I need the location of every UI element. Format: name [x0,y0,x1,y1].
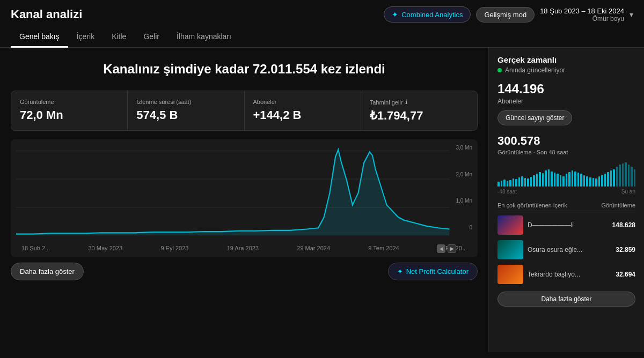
mini-bar-item [589,177,591,187]
live-dot [497,68,502,72]
content-thumbnail-3 [497,265,523,284]
combined-analytics-button[interactable]: ✦ Combined Analytics [384,6,471,23]
mini-bar-item [518,177,521,187]
mini-bar-item [574,171,576,187]
svg-marker-4 [16,150,450,235]
top-content-header: En çok görüntülenen içerik Görüntüleme [497,202,635,211]
refresh-count-button[interactable]: Güncel sayıyı göster [497,110,572,125]
show-more-content-button[interactable]: Daha fazla göster [497,292,635,307]
header-actions: ✦ Combined Analytics Gelişmiş mod 18 Şub… [384,6,633,23]
mini-bar-item [539,172,541,187]
mini-bar-item [601,175,603,187]
realtime-subscribers-label: Aboneler [497,98,635,105]
content-thumbnail-1 [497,215,523,235]
mini-bar-item [572,170,574,187]
stat-izlenme: İzlenme süresi (saat) 574,5 B [128,91,244,130]
mini-bar-item [521,176,523,187]
stat-label-subs: Aboneler [253,99,352,105]
mini-bar-item [548,169,550,187]
content-views-2: 32.859 [616,246,635,253]
mini-bar-item [604,174,606,187]
realtime-title: Gerçek zamanlı [497,55,635,64]
mini-bar-item [536,174,538,187]
content-views-3: 32.694 [616,271,635,278]
mini-bar-item [545,170,547,187]
mini-bar-item [607,172,609,187]
tab-icerik[interactable]: İçerik [68,27,103,48]
stat-goruntulenme: Görüntüleme 72,0 Mn [11,91,127,130]
mini-bar-item [577,173,580,187]
net-profit-calculator-button[interactable]: ✦ Net Profit Calculator [388,263,478,280]
tab-genel-bakis[interactable]: Genel bakış [11,27,68,48]
list-item[interactable]: D——————li 148.628 [497,215,635,235]
stat-value-views: 72,0 Mn [20,108,119,122]
main-layout: Kanalınız şimdiye kadar 72.011.554 kez i… [0,48,644,352]
chart-next-button[interactable]: ▶ [448,244,456,253]
mini-bar-item [625,162,627,187]
big-headline: Kanalınız şimdiye kadar 72.011.554 kez i… [11,56,478,82]
tab-gelir[interactable]: Gelir [135,27,168,48]
chart-prev-button[interactable]: ◀ [437,244,445,253]
mini-bar-item [527,178,529,187]
list-item[interactable]: Tekrardo başlıyo... 32.694 [497,265,635,284]
content-info-2: Osura osura eğle... [528,246,611,253]
nav-tabs: Genel bakış İçerik Kitle Gelir İlham kay… [0,27,644,48]
stat-gelir: Tahmini gelir ℹ ₺1.794,77 [361,91,477,130]
mini-bar-item [586,176,588,187]
bottom-bar: Daha fazla göster ✦ Net Profit Calculato… [11,257,478,280]
show-more-button[interactable]: Daha fazla göster [11,263,84,280]
advanced-mode-button[interactable]: Gelişmiş mod [476,7,535,23]
mini-bar-item [501,181,503,187]
tab-kitle[interactable]: Kitle [103,27,135,48]
stat-label-views: Görüntüleme [20,99,119,105]
sparkle-icon: ✦ [392,10,398,19]
mini-bar-item [562,176,565,187]
content-thumbnail-2 [497,240,523,259]
content-title-2: Osura osura eğle... [528,246,611,253]
mini-bar-item [628,165,630,187]
mini-bar-item [551,171,553,187]
mini-bar-item [566,174,568,187]
mini-bar-item [554,173,556,187]
chart-y-labels: 3,0 Mn 2,0 Mn 1,0 Mn 0 [456,145,472,230]
mini-bar-item [503,180,506,187]
date-range-selector[interactable]: 18 Şub 2023 – 18 Eki 2024 Ömür boyu [540,7,624,23]
list-item[interactable]: Osura osura eğle... 32.859 [497,240,635,259]
mini-bar-item [530,177,532,187]
stat-value-hours: 574,5 B [136,108,235,122]
mini-bar-item [515,179,517,187]
mini-bar-item [557,174,559,187]
mini-bar-item [619,165,621,187]
content-views-1: 148.628 [612,221,635,229]
content-title-3: Tekrardo başlıyo... [528,271,611,278]
calculator-icon: ✦ [397,267,403,275]
tab-ilham[interactable]: İlham kaynakları [168,27,240,48]
header: Kanal analizi ✦ Combined Analytics Geliş… [0,0,644,27]
stat-label-revenue: Tahmini gelir ℹ [370,99,469,106]
mini-bar-item [634,169,636,187]
mini-bar-item [533,175,535,187]
mini-bar-item [598,176,601,187]
stats-grid: Görüntüleme 72,0 Mn İzlenme süresi (saat… [11,91,478,131]
content-info-3: Tekrardo başlıyo... [528,271,611,278]
mini-bar-item [616,167,618,187]
stat-aboneler: Aboneler +144,2 B [245,91,361,130]
right-panel: Gerçek zamanlı Anında güncelleniyor 144.… [488,48,644,352]
mini-bar-item [560,175,562,187]
chart-svg [16,145,472,241]
mini-bar-item [631,167,633,187]
mini-chart-labels: -48 saat Şu an [497,189,635,195]
mini-bar-item [513,178,515,187]
mini-bar-chart [497,160,635,187]
mini-bar-item [542,173,544,187]
mini-bar-item [568,172,570,187]
chevron-down-icon[interactable]: ▾ [630,10,633,19]
content-info-1: D——————li [528,221,608,229]
mini-bar-item [507,181,509,187]
realtime-views-count: 300.578 [497,134,635,148]
mini-bar-item [497,182,500,187]
stat-value-subs: +144,2 B [253,108,352,122]
mini-bar-item [592,178,595,187]
mini-bar-item [524,178,526,187]
left-panel: Kanalınız şimdiye kadar 72.011.554 kez i… [0,48,488,352]
